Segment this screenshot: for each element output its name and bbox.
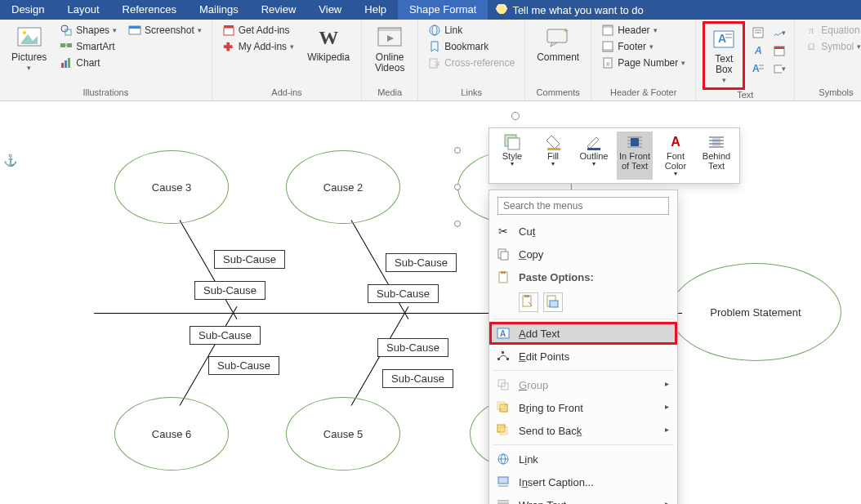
tab-help[interactable]: Help [353, 0, 398, 20]
online-videos-button[interactable]: Online Videos [370, 23, 409, 75]
my-addins-button[interactable]: My Add-ins [221, 39, 296, 54]
selection-handle[interactable] [454, 147, 461, 154]
lightbulb-icon [496, 4, 507, 16]
tab-mailings[interactable]: Mailings [188, 0, 250, 20]
datetime-icon[interactable] [773, 44, 786, 57]
store-icon [222, 24, 235, 37]
svg-rect-56 [501, 252, 508, 260]
ctx-cut[interactable]: ✂ Cut [489, 220, 677, 243]
crossref-button[interactable]: Cross-reference [426, 56, 516, 70]
comment-button[interactable]: + Comment [533, 23, 582, 65]
selection-handle[interactable] [454, 221, 461, 227]
cause-ellipse[interactable]: Cause 3 [114, 150, 229, 224]
wordart-icon[interactable]: A [752, 44, 765, 57]
ctx-add-text[interactable]: A Add Text [489, 322, 677, 345]
equation-icon: π [805, 24, 818, 37]
shapes-button[interactable]: Shapes [58, 23, 118, 38]
pagenumber-button[interactable]: # Page Number [600, 56, 687, 70]
svg-rect-77 [498, 477, 508, 484]
tab-shape-format[interactable]: Shape Format [398, 0, 488, 20]
svg-marker-16 [387, 35, 394, 42]
tab-references[interactable]: References [111, 0, 188, 20]
svg-rect-23 [603, 25, 613, 28]
subcause-box[interactable]: Sub-Cause [214, 250, 285, 269]
ctx-wrap-text[interactable]: Wrap Text [489, 493, 677, 504]
textbox-button[interactable]: A Text Box ▾ [704, 23, 743, 88]
get-addins-button[interactable]: Get Add-ins [221, 23, 296, 38]
svg-rect-9 [68, 58, 70, 68]
separator [493, 444, 674, 445]
subcause-box[interactable]: Sub-Cause [190, 326, 261, 345]
smartart-button[interactable]: SmartArt [58, 39, 118, 54]
subcause-box[interactable]: Sub-Cause [194, 281, 265, 300]
subcause-box[interactable]: Sub-Cause [377, 338, 448, 357]
link-button[interactable]: Link [426, 23, 516, 38]
ctx-edit-points[interactable]: Edit Points [489, 345, 677, 368]
svg-text:A: A [500, 329, 506, 338]
mini-infront-button[interactable]: In Front of Text [617, 132, 653, 180]
menu-search[interactable] [497, 197, 669, 215]
menu-search-input[interactable] [497, 197, 669, 215]
paste-picture-icon[interactable] [543, 292, 563, 312]
dropcap-icon[interactable]: A [752, 62, 765, 75]
subcause-box[interactable]: Sub-Cause [386, 253, 457, 272]
tell-me-search[interactable]: Tell me what you want to do [488, 0, 651, 20]
object-icon[interactable] [773, 62, 786, 75]
mini-fill-button[interactable]: Fill▾ [535, 132, 571, 180]
cause-ellipse[interactable]: Cause 2 [286, 150, 400, 224]
wikipedia-button[interactable]: W Wikipedia [304, 23, 353, 65]
signature-icon[interactable] [773, 26, 786, 39]
footer-button[interactable]: Footer [600, 39, 687, 54]
group-links: Link Bookmark Cross-reference Links [418, 20, 525, 100]
shapes-icon [60, 24, 73, 37]
textbox-icon: A [711, 26, 737, 52]
paste-keep-formatting-icon[interactable] [519, 292, 538, 312]
bookmark-button[interactable]: Bookmark [426, 39, 516, 54]
subcause-box[interactable]: Sub-Cause [368, 284, 439, 303]
group-headerfooter: Header Footer # Page Number Header & Foo… [591, 20, 696, 100]
selection-handle[interactable] [454, 184, 461, 190]
problem-statement-ellipse[interactable]: Problem Statement [670, 263, 841, 361]
svg-rect-62 [550, 301, 558, 307]
svg-text:#: # [606, 60, 610, 68]
group-label-media: Media [370, 86, 409, 100]
smartart-icon [60, 40, 73, 53]
cause-ellipse[interactable]: Cause 6 [114, 397, 229, 471]
chart-button[interactable]: Chart [58, 56, 118, 70]
document-canvas[interactable]: ⚓ Cause 3 Cause 2 Cause 6 Cause 5 Proble… [0, 101, 861, 504]
separator [493, 370, 674, 371]
screenshot-icon [128, 24, 141, 37]
equation-button[interactable]: π Equation [803, 23, 861, 38]
ctx-group: Group [489, 373, 677, 396]
ctx-bring-to-front[interactable]: Bring to Front [489, 396, 677, 419]
ctx-link[interactable]: Link [489, 448, 677, 471]
shape-mini-toolbar: Style▾ Fill▾ Outline▾ In Front of Text A… [488, 127, 740, 184]
quickparts-icon[interactable] [752, 26, 765, 39]
subcause-box[interactable]: Sub-Cause [382, 369, 453, 388]
pictures-button[interactable]: Pictures ▾ [8, 23, 50, 74]
header-button[interactable]: Header [600, 23, 687, 38]
mini-behind-button[interactable]: Behind Text [698, 132, 734, 180]
svg-rect-7 [61, 63, 64, 68]
ctx-insert-caption[interactable]: Insert Caption... [489, 471, 677, 493]
mini-outline-button[interactable]: Outline▾ [576, 132, 612, 180]
svg-rect-11 [129, 26, 141, 29]
mini-style-button[interactable]: Style▾ [494, 132, 530, 180]
tab-view[interactable]: View [307, 0, 353, 20]
selection-handle[interactable] [511, 112, 520, 120]
subcause-box[interactable]: Sub-Cause [208, 356, 279, 375]
cause-ellipse[interactable]: Cause 5 [286, 397, 400, 471]
ctx-copy[interactable]: Copy [489, 243, 677, 265]
group-illustrations: Pictures ▾ Shapes SmartArt Chart [0, 20, 212, 100]
svg-rect-13 [224, 25, 234, 28]
tab-review[interactable]: Review [250, 0, 308, 20]
screenshot-button[interactable]: Screenshot [127, 23, 203, 38]
symbol-icon: Ω [805, 40, 818, 53]
bring-front-icon [496, 400, 511, 415]
addins-icon [222, 40, 235, 53]
tab-design[interactable]: Design [0, 0, 56, 20]
symbol-button[interactable]: Ω Symbol [803, 39, 861, 54]
mini-fontcolor-button[interactable]: A Font Color▾ [658, 132, 694, 180]
tab-layout[interactable]: Layout [56, 0, 110, 20]
ctx-send-to-back[interactable]: Send to Back [489, 419, 677, 442]
